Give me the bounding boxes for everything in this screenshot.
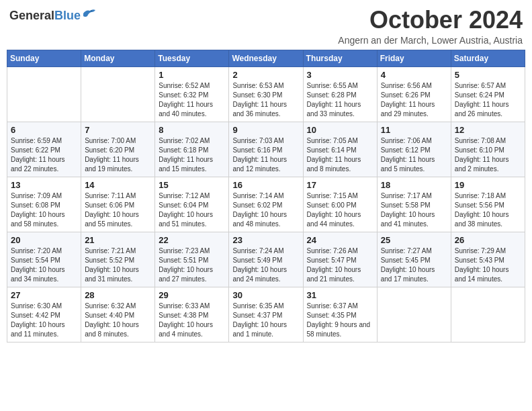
day-number: 27 [11,290,77,300]
day-number: 14 [85,180,151,190]
calendar-cell: 20Sunrise: 7:20 AM Sunset: 5:54 PM Dayli… [7,232,81,287]
week-row-4: 20Sunrise: 7:20 AM Sunset: 5:54 PM Dayli… [7,232,525,287]
calendar-cell: 12Sunrise: 7:08 AM Sunset: 6:10 PM Dayli… [451,122,525,177]
day-number: 31 [307,290,373,300]
calendar-cell: 19Sunrise: 7:18 AM Sunset: 5:56 PM Dayli… [451,177,525,232]
day-info: Sunrise: 7:15 AM Sunset: 6:00 PM Dayligh… [307,191,373,229]
day-info: Sunrise: 6:55 AM Sunset: 6:28 PM Dayligh… [307,81,373,119]
calendar-cell: 18Sunrise: 7:17 AM Sunset: 5:58 PM Dayli… [377,177,451,232]
day-info: Sunrise: 6:53 AM Sunset: 6:30 PM Dayligh… [232,81,299,119]
day-info: Sunrise: 7:03 AM Sunset: 6:16 PM Dayligh… [232,136,299,174]
week-row-1: 1Sunrise: 6:52 AM Sunset: 6:32 PM Daylig… [7,66,525,122]
weekday-header-wednesday: Wednesday [229,50,303,66]
day-info: Sunrise: 6:33 AM Sunset: 4:38 PM Dayligh… [159,302,225,339]
day-info: Sunrise: 7:02 AM Sunset: 6:18 PM Dayligh… [159,136,225,174]
calendar-cell: 25Sunrise: 7:27 AM Sunset: 5:45 PM Dayli… [377,232,451,287]
weekday-header-monday: Monday [81,50,155,66]
logo-general: General [9,9,54,22]
weekday-header-friday: Friday [377,50,451,66]
day-info: Sunrise: 7:29 AM Sunset: 5:43 PM Dayligh… [455,246,521,284]
day-info: Sunrise: 6:37 AM Sunset: 4:35 PM Dayligh… [307,302,373,339]
calendar-cell: 14Sunrise: 7:11 AM Sunset: 6:06 PM Dayli… [81,177,155,232]
day-number: 9 [232,125,299,135]
calendar-cell: 30Sunrise: 6:35 AM Sunset: 4:37 PM Dayli… [229,287,303,342]
calendar-cell: 9Sunrise: 7:03 AM Sunset: 6:16 PM Daylig… [229,122,303,177]
logo-blue: Blue [54,9,81,22]
calendar-cell: 13Sunrise: 7:09 AM Sunset: 6:08 PM Dayli… [7,177,81,232]
day-info: Sunrise: 7:06 AM Sunset: 6:12 PM Dayligh… [381,136,447,174]
day-number: 21 [85,235,151,245]
logo: GeneralBlue [9,9,97,23]
day-info: Sunrise: 6:52 AM Sunset: 6:32 PM Dayligh… [159,81,225,119]
day-number: 11 [381,125,447,135]
calendar-cell: 4Sunrise: 6:56 AM Sunset: 6:26 PM Daylig… [377,66,451,122]
day-number: 23 [232,235,299,245]
calendar-cell: 7Sunrise: 7:00 AM Sunset: 6:20 PM Daylig… [81,122,155,177]
day-number: 5 [455,70,521,80]
logo-text: GeneralBlue [9,9,81,23]
day-number: 18 [381,180,447,190]
calendar-table: SundayMondayTuesdayWednesdayThursdayFrid… [7,50,525,342]
day-info: Sunrise: 6:56 AM Sunset: 6:26 PM Dayligh… [381,81,447,119]
logo-bird-icon [82,8,97,19]
day-info: Sunrise: 7:17 AM Sunset: 5:58 PM Dayligh… [381,191,447,229]
day-number: 13 [11,180,77,190]
day-info: Sunrise: 7:18 AM Sunset: 5:56 PM Dayligh… [455,191,521,229]
calendar-cell: 31Sunrise: 6:37 AM Sunset: 4:35 PM Dayli… [303,287,377,342]
calendar-cell: 8Sunrise: 7:02 AM Sunset: 6:18 PM Daylig… [155,122,229,177]
day-number: 29 [159,290,225,300]
day-info: Sunrise: 6:30 AM Sunset: 4:42 PM Dayligh… [11,302,77,339]
day-number: 3 [307,70,373,80]
day-number: 24 [307,235,373,245]
day-info: Sunrise: 7:05 AM Sunset: 6:14 PM Dayligh… [307,136,373,174]
calendar-cell: 27Sunrise: 6:30 AM Sunset: 4:42 PM Dayli… [7,287,81,342]
week-row-3: 13Sunrise: 7:09 AM Sunset: 6:08 PM Dayli… [7,177,525,232]
day-info: Sunrise: 7:20 AM Sunset: 5:54 PM Dayligh… [11,246,77,284]
day-info: Sunrise: 7:00 AM Sunset: 6:20 PM Dayligh… [85,136,151,174]
day-number: 8 [159,125,225,135]
calendar-cell: 21Sunrise: 7:21 AM Sunset: 5:52 PM Dayli… [81,232,155,287]
calendar-cell: 15Sunrise: 7:12 AM Sunset: 6:04 PM Dayli… [155,177,229,232]
day-info: Sunrise: 6:32 AM Sunset: 4:40 PM Dayligh… [85,302,151,339]
month-title: October 2024 [338,7,523,34]
calendar-cell: 10Sunrise: 7:05 AM Sunset: 6:14 PM Dayli… [303,122,377,177]
week-row-2: 6Sunrise: 6:59 AM Sunset: 6:22 PM Daylig… [7,122,525,177]
calendar-cell: 16Sunrise: 7:14 AM Sunset: 6:02 PM Dayli… [229,177,303,232]
calendar-cell: 29Sunrise: 6:33 AM Sunset: 4:38 PM Dayli… [155,287,229,342]
weekday-header-thursday: Thursday [303,50,377,66]
day-number: 30 [232,290,299,300]
day-info: Sunrise: 7:11 AM Sunset: 6:06 PM Dayligh… [85,191,151,229]
calendar-cell: 23Sunrise: 7:24 AM Sunset: 5:49 PM Dayli… [229,232,303,287]
day-number: 2 [232,70,299,80]
day-info: Sunrise: 7:27 AM Sunset: 5:45 PM Dayligh… [381,246,447,284]
calendar-cell [377,287,451,342]
weekday-header-sunday: Sunday [7,50,81,66]
day-info: Sunrise: 6:57 AM Sunset: 6:24 PM Dayligh… [455,81,521,119]
calendar-cell [7,66,81,122]
calendar-cell: 5Sunrise: 6:57 AM Sunset: 6:24 PM Daylig… [451,66,525,122]
weekday-header-row: SundayMondayTuesdayWednesdayThursdayFrid… [7,50,525,66]
calendar-cell: 1Sunrise: 6:52 AM Sunset: 6:32 PM Daylig… [155,66,229,122]
calendar-cell: 2Sunrise: 6:53 AM Sunset: 6:30 PM Daylig… [229,66,303,122]
day-info: Sunrise: 7:09 AM Sunset: 6:08 PM Dayligh… [11,191,77,229]
weekday-header-saturday: Saturday [451,50,525,66]
day-number: 20 [11,235,77,245]
day-info: Sunrise: 7:14 AM Sunset: 6:02 PM Dayligh… [232,191,299,229]
day-number: 4 [381,70,447,80]
day-number: 17 [307,180,373,190]
calendar-cell: 26Sunrise: 7:29 AM Sunset: 5:43 PM Dayli… [451,232,525,287]
calendar-cell: 11Sunrise: 7:06 AM Sunset: 6:12 PM Dayli… [377,122,451,177]
calendar-cell: 28Sunrise: 6:32 AM Sunset: 4:40 PM Dayli… [81,287,155,342]
day-info: Sunrise: 6:59 AM Sunset: 6:22 PM Dayligh… [11,136,77,174]
day-info: Sunrise: 7:26 AM Sunset: 5:47 PM Dayligh… [307,246,373,284]
calendar-cell: 24Sunrise: 7:26 AM Sunset: 5:47 PM Dayli… [303,232,377,287]
day-number: 16 [232,180,299,190]
calendar-cell: 3Sunrise: 6:55 AM Sunset: 6:28 PM Daylig… [303,66,377,122]
day-number: 12 [455,125,521,135]
title-block: October 2024 Angern an der March, Lower … [338,7,523,46]
day-info: Sunrise: 7:12 AM Sunset: 6:04 PM Dayligh… [159,191,225,229]
calendar-cell: 22Sunrise: 7:23 AM Sunset: 5:51 PM Dayli… [155,232,229,287]
day-number: 28 [85,290,151,300]
calendar-cell [81,66,155,122]
day-info: Sunrise: 7:24 AM Sunset: 5:49 PM Dayligh… [232,246,299,284]
